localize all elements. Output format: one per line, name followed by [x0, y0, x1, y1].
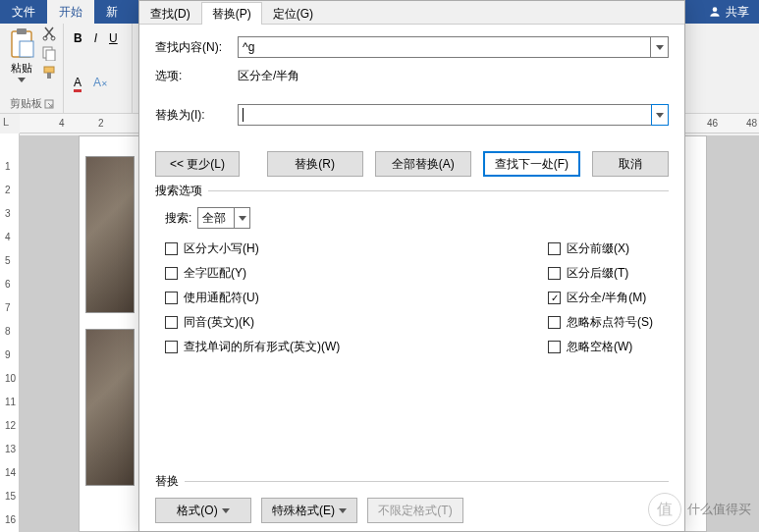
checkbox-box-icon [548, 267, 561, 280]
paste-button[interactable]: 粘贴 [6, 26, 37, 84]
find-what-input[interactable]: ^g [238, 36, 669, 58]
checkbox-label: 忽略空格(W) [567, 339, 632, 355]
chevron-down-icon [239, 216, 246, 221]
dialog-body: 查找内容(N): ^g 选项: 区分全/半角 替换为(I): << 更少(L) … [139, 25, 684, 531]
checkbox-label: 区分前缀(X) [567, 240, 629, 257]
replace-with-input[interactable] [238, 104, 669, 126]
chevron-down-icon [222, 508, 230, 513]
checkbox-box-icon [165, 341, 178, 353]
no-format-button: 不限定格式(T) [367, 498, 463, 523]
checkbox-left-0[interactable]: 区分大小写(H) [165, 240, 410, 257]
search-direction-select[interactable]: 全部 [197, 207, 250, 229]
paste-label: 粘贴 [11, 61, 32, 76]
format-painter-icon[interactable] [41, 65, 57, 80]
checkbox-label: 忽略标点符号(S) [567, 314, 653, 331]
checkbox-label: 查找单词的所有形式(英文)(W) [184, 339, 340, 355]
chevron-down-icon [339, 508, 347, 513]
checkbox-box-icon [548, 242, 561, 255]
replace-with-dropdown[interactable] [651, 104, 669, 126]
cancel-button[interactable]: 取消 [592, 151, 669, 177]
chevron-down-icon [656, 113, 664, 118]
ruler-label-L: L [3, 116, 9, 128]
share-label: 共享 [726, 4, 749, 21]
ribbon-tab-home[interactable]: 开始 [47, 0, 94, 24]
checkbox-right-4[interactable]: 忽略空格(W) [548, 339, 653, 355]
text-cursor-icon [243, 108, 244, 122]
find-replace-dialog: 查找(D) 替换(P) 定位(G) 查找内容(N): ^g 选项: 区分全/半角… [138, 0, 685, 532]
checkbox-left-4[interactable]: 查找单词的所有形式(英文)(W) [165, 339, 410, 355]
share-button[interactable]: 共享 [698, 0, 759, 24]
ribbon-tab-file[interactable]: 文件 [0, 0, 47, 24]
checkbox-label: 同音(英文)(K) [184, 314, 254, 331]
checkbox-label: 使用通配符(U) [184, 290, 259, 306]
checkbox-right-3[interactable]: 忽略标点符号(S) [548, 314, 653, 331]
hruler-tick: 46 [707, 118, 718, 129]
document-image-1[interactable] [85, 156, 135, 313]
checkbox-box-icon [548, 316, 561, 329]
document-image-2[interactable] [85, 329, 135, 486]
checkbox-label: 全字匹配(Y) [184, 265, 246, 282]
watermark-icon: 值 [648, 493, 681, 526]
hruler-tick: 4 [59, 118, 65, 129]
clipboard-group-label: 剪贴板 [6, 96, 57, 113]
checkbox-left-3[interactable]: 同音(英文)(K) [165, 314, 410, 331]
checkbox-left-2[interactable]: 使用通配符(U) [165, 290, 410, 306]
svg-rect-8 [44, 67, 54, 73]
checkbox-box-icon [165, 292, 178, 304]
checkbox-box-icon [165, 267, 178, 280]
watermark: 值 什么值得买 [648, 493, 751, 526]
checkbox-label: 区分后缀(T) [567, 265, 628, 282]
svg-rect-7 [46, 50, 55, 61]
italic-button[interactable]: I [90, 29, 101, 47]
replace-button[interactable]: 替换(R) [267, 151, 363, 177]
copy-icon[interactable] [41, 45, 57, 61]
tab-replace[interactable]: 替换(P) [201, 2, 262, 25]
less-button[interactable]: << 更少(L) [155, 151, 240, 177]
checkbox-box-icon [548, 341, 561, 353]
checkbox-box-icon [165, 242, 178, 255]
special-format-button[interactable]: 特殊格式(E) [261, 498, 357, 523]
checkbox-right-2[interactable]: 区分全/半角(M) [548, 290, 653, 306]
svg-rect-2 [17, 28, 27, 34]
search-options-fieldset: 搜索选项 搜索: 全部 区分大小写(H)全字匹配(Y)使用通配符(U)同音(英文… [155, 190, 669, 355]
checkbox-right-0[interactable]: 区分前缀(X) [548, 240, 653, 257]
search-direction-value: 全部 [202, 210, 226, 227]
clipboard-paste-icon [8, 27, 35, 59]
checkbox-left-1[interactable]: 全字匹配(Y) [165, 265, 410, 282]
ribbon-tab-new-partial[interactable]: 新 [94, 0, 130, 24]
checkbox-box-icon [548, 292, 561, 304]
hruler-tick: 2 [98, 118, 104, 129]
cut-icon[interactable] [41, 26, 57, 41]
checkbox-right-1[interactable]: 区分后缀(T) [548, 265, 653, 282]
person-icon [708, 5, 722, 19]
format-button[interactable]: 格式(O) [155, 498, 251, 523]
watermark-text: 什么值得买 [687, 501, 751, 518]
vertical-ruler[interactable]: 1 2 3 4 5 6 7 8 9 10 11 12 13 14 15 16 [0, 133, 20, 532]
replace-section-title: 替换 [155, 473, 185, 490]
chevron-down-icon [656, 45, 664, 50]
find-next-button[interactable]: 查找下一处(F) [483, 151, 580, 177]
underline-button[interactable]: U [105, 29, 122, 47]
replace-all-button[interactable]: 全部替换(A) [375, 151, 471, 177]
search-direction-dropdown[interactable] [234, 208, 249, 228]
bold-button[interactable]: B [70, 29, 86, 47]
clear-format-button[interactable]: A✕ [89, 74, 112, 91]
tab-goto[interactable]: 定位(G) [262, 2, 324, 25]
find-what-label: 查找内容(N): [155, 39, 230, 56]
svg-rect-3 [20, 41, 33, 57]
replace-format-section: 替换 格式(O) 特殊格式(E) 不限定格式(T) [155, 453, 669, 523]
options-value: 区分全/半角 [238, 68, 299, 84]
chevron-down-icon [18, 78, 26, 82]
checkbox-label: 区分大小写(H) [184, 240, 259, 257]
find-what-dropdown[interactable] [650, 37, 668, 57]
checkbox-columns: 区分大小写(H)全字匹配(Y)使用通配符(U)同音(英文)(K)查找单词的所有形… [165, 240, 669, 355]
search-options-title: 搜索选项 [155, 183, 208, 199]
hruler-tick: 48 [746, 118, 757, 129]
font-color-button[interactable]: A [70, 74, 85, 91]
font-group: B I U A A✕ [64, 24, 133, 113]
svg-rect-9 [47, 73, 51, 79]
dialog-launcher-icon[interactable] [44, 99, 54, 109]
checkbox-box-icon [165, 316, 178, 329]
tab-find[interactable]: 查找(D) [139, 2, 201, 25]
clipboard-small-buttons [37, 26, 57, 84]
